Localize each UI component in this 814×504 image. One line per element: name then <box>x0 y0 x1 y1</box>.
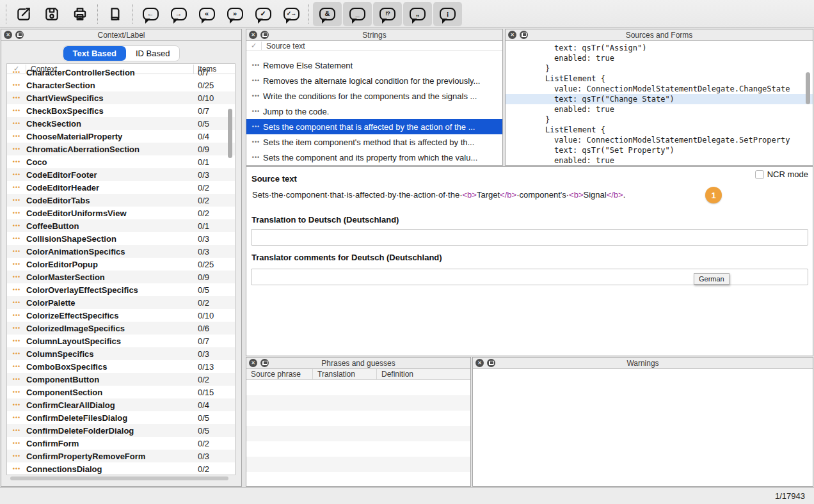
translation-input[interactable] <box>251 229 808 246</box>
context-row[interactable]: •••ConfirmDeleteFolderDialog0/5 <box>7 424 235 437</box>
horizontal-scrollbar[interactable] <box>10 476 228 480</box>
code-line: enabled: true <box>506 53 813 63</box>
close-icon[interactable]: ✕ <box>508 31 516 39</box>
context-row[interactable]: •••CodeEditorUniformsView0/2 <box>7 207 235 219</box>
next-button[interactable]: » <box>222 2 248 26</box>
context-row[interactable]: •••ColumnLayoutSpecifics0/7 <box>7 335 235 347</box>
save-icon <box>44 6 60 22</box>
vertical-scrollbar[interactable] <box>228 109 232 158</box>
print-button[interactable] <box>67 2 93 26</box>
strings-list: •••Remove Else Statement•••Removes the a… <box>246 51 502 165</box>
context-row[interactable]: •••CheckSection0/5 <box>7 117 235 130</box>
unfinished-icon: ••• <box>7 248 26 255</box>
context-row[interactable]: •••ColorOverlayEffectSpecifics0/5 <box>7 283 235 296</box>
string-source-text: Removes the alternate logical condition … <box>263 76 480 86</box>
source-segment: Sets·the·component·that·is·affected·by·t… <box>252 190 463 200</box>
unfinished-icon: ••• <box>7 133 26 139</box>
context-row[interactable]: •••CharacterControllerSection0/7 <box>7 66 235 79</box>
context-row[interactable]: •••ConfirmClearAllDialog0/4 <box>7 398 235 411</box>
context-row[interactable]: •••ConfirmPropertyRemoveForm0/3 <box>7 450 235 462</box>
context-row[interactable]: •••CheckBoxSpecifics0/7 <box>7 104 235 117</box>
string-row[interactable]: •••Sets the component and its property f… <box>246 150 502 165</box>
context-row[interactable]: •••ColumnSpecifics0/3 <box>7 347 235 360</box>
context-items: 0/4 <box>194 400 235 410</box>
string-row[interactable] <box>246 51 502 58</box>
context-row[interactable]: •••ConfirmForm0/2 <box>7 437 235 450</box>
unfinished-icon: ••• <box>7 120 26 127</box>
context-tabs: Text Based ID Based <box>1 45 241 61</box>
ncr-mode-checkbox[interactable] <box>755 170 764 179</box>
check-column-icon[interactable]: ✓ <box>246 42 262 50</box>
code-line: value: ConnectionModelStatementDelegate.… <box>506 84 813 94</box>
phrases-table-header: Source phrase Translation Definition <box>246 369 470 380</box>
toggle-accelerators-button[interactable]: & <box>313 2 342 26</box>
float-icon[interactable] <box>260 31 269 39</box>
next-unfinished-icon: → <box>171 8 187 20</box>
definition-column-header[interactable]: Definition <box>377 369 470 379</box>
context-row[interactable]: •••ComponentSection0/15 <box>7 386 235 398</box>
context-row[interactable]: •••Coco0/1 <box>7 155 235 168</box>
context-row[interactable]: •••CodeEditorHeader0/2 <box>7 181 235 194</box>
vertical-scrollbar[interactable] <box>806 72 810 104</box>
context-row[interactable]: •••ChartViewSpecifics0/10 <box>7 91 235 104</box>
float-icon[interactable] <box>15 31 24 39</box>
context-row[interactable]: •••CoffeeButton0/1 <box>7 219 235 232</box>
context-row[interactable]: •••ColorPalette0/2 <box>7 296 235 309</box>
string-row[interactable]: •••Remove Else Statement <box>246 58 502 73</box>
context-row[interactable]: •••CollisionShapeSection0/3 <box>7 232 235 245</box>
toggle-phrase-matches-button[interactable]: „ <box>403 2 432 26</box>
string-row[interactable]: •••Sets the item component's method that… <box>246 134 502 150</box>
context-row[interactable]: •••ComboBoxSpecifics0/13 <box>7 360 235 373</box>
close-icon[interactable]: ✕ <box>249 31 257 39</box>
save-button[interactable] <box>39 2 65 26</box>
phrases-panel: ✕ Phrases and guesses Source phrase Tran… <box>246 357 471 487</box>
tab-text-based[interactable]: Text Based <box>63 46 126 61</box>
source-text-column-header[interactable]: Source text <box>262 42 502 51</box>
context-row[interactable]: •••ChooseMaterialProperty0/4 <box>7 130 235 143</box>
context-row[interactable]: •••ConnectionsDialog0/2 <box>7 462 235 475</box>
icon-glyph: ¡ <box>447 10 449 17</box>
toolbar-separator <box>97 4 98 24</box>
float-icon[interactable] <box>260 359 269 367</box>
open-button[interactable] <box>11 2 36 26</box>
toggle-whitespace-button[interactable]: _ <box>343 2 372 26</box>
context-row[interactable]: •••ColorMasterSection0/9 <box>7 271 235 283</box>
context-row[interactable]: •••ComponentButton0/2 <box>7 373 235 386</box>
close-icon[interactable]: ✕ <box>249 359 257 367</box>
context-row[interactable]: •••ColorizedImageSpecifics0/6 <box>7 322 235 335</box>
context-row[interactable]: •••ConfirmDeleteFilesDialog0/5 <box>7 411 235 424</box>
done-button[interactable]: ✓ <box>250 2 276 26</box>
close-icon[interactable]: ✕ <box>475 359 484 367</box>
source-phrase-column-header[interactable]: Source phrase <box>246 369 313 379</box>
tab-id-based[interactable]: ID Based <box>126 46 179 61</box>
string-row[interactable]: •••Jump to the code. <box>246 104 502 119</box>
phrase-book-button[interactable] <box>102 2 128 26</box>
toggle-punctuation-button[interactable]: !? <box>373 2 402 26</box>
next-unfinished-button[interactable]: → <box>166 2 191 26</box>
unfinished-icon: ••• <box>7 427 26 434</box>
done-and-next-button[interactable]: ✓→ <box>278 2 304 26</box>
string-row[interactable]: •••Removes the alternate logical conditi… <box>246 73 502 88</box>
unfinished-icon: ••• <box>7 414 26 421</box>
context-row[interactable]: •••CharacterSection0/25 <box>7 79 235 91</box>
toggle-place-markers-button[interactable]: ¡ <box>433 2 462 26</box>
context-row[interactable]: •••ColorEditorPopup0/25 <box>7 258 235 271</box>
context-row[interactable]: •••ColorAnimationSpecifics0/3 <box>7 245 235 258</box>
context-row[interactable]: •••ChromaticAberrationSection0/9 <box>7 143 235 155</box>
string-row[interactable]: •••Sets the component that is affected b… <box>246 119 502 134</box>
prev-unfinished-button[interactable]: ← <box>138 2 163 26</box>
float-icon[interactable] <box>487 359 495 367</box>
source-code-view[interactable]: text: qsTr("Assign")enabled: true}ListEl… <box>506 41 813 164</box>
punctuation-icon: !? <box>379 8 395 20</box>
context-row[interactable]: •••ColorizeEffectSpecifics0/10 <box>7 309 235 322</box>
prev-button[interactable]: « <box>194 2 219 26</box>
icon-glyph: ✓ <box>260 10 266 17</box>
context-row[interactable]: •••CodeEditorFooter0/3 <box>7 168 235 181</box>
context-row[interactable]: •••CodeEditorTabs0/2 <box>7 194 235 207</box>
context-items: 0/2 <box>194 375 235 384</box>
translation-column-header[interactable]: Translation <box>313 369 377 379</box>
close-icon[interactable]: ✕ <box>4 31 12 39</box>
float-icon[interactable] <box>520 31 528 39</box>
string-row[interactable]: •••Write the conditions for the componen… <box>246 88 502 104</box>
context-items: 0/3 <box>194 234 235 244</box>
